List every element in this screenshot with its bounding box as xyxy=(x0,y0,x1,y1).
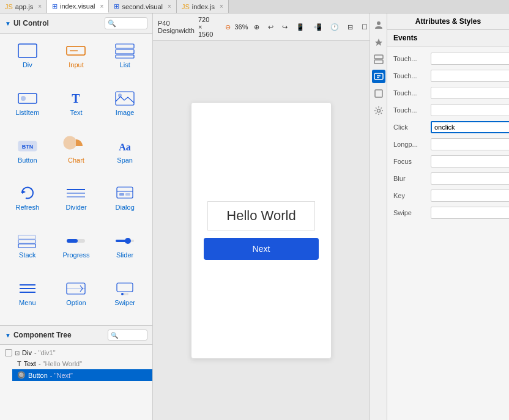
event-input-key[interactable] xyxy=(431,190,509,202)
tablet-icon[interactable]: ⊟ xyxy=(345,22,355,32)
zoom-level: 36% xyxy=(234,23,248,31)
svg-rect-23 xyxy=(18,240,35,243)
panel-title-text: UI Control xyxy=(13,19,49,28)
svg-point-37 xyxy=(124,293,126,295)
event-input-longpress[interactable] xyxy=(431,138,509,150)
event-row-swipe: Swipe xyxy=(387,204,509,221)
divider-svg xyxy=(65,185,86,201)
component-text[interactable]: T Text xyxy=(53,85,100,131)
events-icon[interactable] xyxy=(372,70,385,83)
tab-index-js[interactable]: JS index.js × xyxy=(177,0,229,13)
layout-icon[interactable] xyxy=(372,53,385,66)
component-progress[interactable]: Progress xyxy=(53,227,100,274)
image-label: Image xyxy=(116,109,135,116)
svg-rect-3 xyxy=(116,44,134,48)
event-input-touch3[interactable] xyxy=(431,87,509,99)
tree-item-text[interactable]: T Text - "Hello World" xyxy=(12,358,152,369)
component-refresh[interactable]: Refresh xyxy=(4,180,51,226)
event-label-touch3: Touch... xyxy=(393,89,427,97)
js-icon: JS xyxy=(182,3,190,10)
person-icon[interactable] xyxy=(372,18,385,32)
component-slider[interactable]: Slider xyxy=(101,227,149,274)
divider-label: Divider xyxy=(65,204,86,211)
phone-frame: Hello World Next xyxy=(191,102,332,359)
svg-rect-4 xyxy=(116,50,134,54)
tree-search-input[interactable] xyxy=(108,330,147,341)
component-swiper[interactable]: Swiper xyxy=(101,275,149,322)
tree-checkbox-div[interactable] xyxy=(5,349,12,356)
ui-control-search-input[interactable] xyxy=(105,17,147,29)
tree-item-div[interactable]: ⊡ Div - "div1" xyxy=(0,347,152,358)
next-button[interactable]: Next xyxy=(204,238,319,260)
menu-label: Menu xyxy=(19,299,36,306)
tree-item-button[interactable]: 🔘 Button - "Next" xyxy=(12,369,152,381)
component-div[interactable]: Div xyxy=(4,37,51,84)
event-input-click[interactable] xyxy=(431,121,509,133)
input-svg xyxy=(65,43,86,59)
clock-icon[interactable]: 🕐 xyxy=(328,22,341,32)
tab-index-visual[interactable]: ⊞ index.visual × xyxy=(47,0,109,13)
tab-close-icon[interactable]: × xyxy=(100,3,104,10)
component-dialog[interactable]: Dialog xyxy=(101,180,149,226)
event-input-touch2[interactable] xyxy=(431,70,509,82)
tab-second-visual[interactable]: ⊞ second.visual × xyxy=(109,0,177,13)
pin-icon[interactable] xyxy=(372,35,385,49)
tab-close-icon[interactable]: × xyxy=(220,3,223,10)
mobile-portrait-icon[interactable]: 📱 xyxy=(294,22,307,32)
component-listitem[interactable]: ListItem xyxy=(4,85,51,131)
component-tree-panel: ▼ Component Tree ⊡ Div - "div1" T Text -… xyxy=(0,325,152,420)
component-option[interactable]: Option xyxy=(53,275,100,322)
svg-point-38 xyxy=(126,293,128,295)
canvas-area[interactable]: Hello World Next xyxy=(153,41,370,420)
ui-control-title: ▼ UI Control xyxy=(5,19,49,28)
redo-icon[interactable]: ↪ xyxy=(280,22,290,32)
component-list[interactable]: List xyxy=(101,37,149,84)
tree-node-text-value: - "Hello World" xyxy=(39,360,82,367)
svg-rect-22 xyxy=(18,235,35,239)
div-svg xyxy=(17,43,38,59)
button-label: Button xyxy=(18,157,37,164)
undo-icon[interactable]: ↩ xyxy=(266,22,276,32)
button-icon: BTN xyxy=(17,138,39,155)
component-divider[interactable]: Divider xyxy=(53,180,100,226)
tab-bar: JS app.js × ⊞ index.visual × ⊞ second.vi… xyxy=(0,0,509,13)
mobile-landscape-icon[interactable]: 📲 xyxy=(311,22,324,32)
component-menu[interactable]: Menu xyxy=(4,275,51,322)
svg-rect-24 xyxy=(18,244,35,248)
event-input-blur[interactable] xyxy=(431,172,509,185)
component-button[interactable]: BTN Button xyxy=(4,133,51,179)
right-icon-strip xyxy=(370,13,387,420)
event-input-swipe[interactable] xyxy=(431,207,509,219)
settings-icon[interactable] xyxy=(372,104,385,117)
svg-rect-45 xyxy=(375,90,382,97)
event-input-focus[interactable] xyxy=(431,155,509,168)
tree-content: ⊡ Div - "div1" T Text - "Hello World" 🔘 … xyxy=(0,345,152,383)
swiper-svg xyxy=(114,281,135,297)
option-svg xyxy=(65,281,86,297)
option-icon xyxy=(65,280,87,297)
component-chart[interactable]: Chart xyxy=(53,133,100,179)
event-label-focus: Focus xyxy=(393,158,427,165)
layers-icon[interactable] xyxy=(372,87,385,100)
component-stack[interactable]: Stack xyxy=(4,227,51,274)
tab-close-icon[interactable]: × xyxy=(38,3,42,10)
event-input-touch4[interactable] xyxy=(431,104,509,116)
zoom-in-icon[interactable]: ⊕ xyxy=(251,22,262,32)
divider-icon xyxy=(65,185,87,202)
refresh-svg xyxy=(17,185,38,201)
event-label-key: Key xyxy=(393,192,427,199)
event-input-touch1[interactable] xyxy=(431,53,509,65)
svg-point-39 xyxy=(377,21,381,25)
tree-collapse-icon[interactable]: ▼ xyxy=(5,332,11,339)
component-span[interactable]: Aa Span xyxy=(101,133,149,179)
component-input[interactable]: Input xyxy=(53,37,100,84)
attrs-panel: Events Touch... Touch... Touch... xyxy=(387,30,509,420)
svg-marker-14 xyxy=(22,190,26,194)
button-svg: BTN xyxy=(17,138,38,154)
tab-app-js[interactable]: JS app.js × xyxy=(0,0,47,13)
touch-icon[interactable]: ☐ xyxy=(359,22,370,32)
tab-close-icon[interactable]: × xyxy=(168,3,171,10)
event-row-touch4: Touch... xyxy=(387,101,509,119)
image-svg xyxy=(114,90,135,106)
component-image[interactable]: Image xyxy=(101,85,149,131)
